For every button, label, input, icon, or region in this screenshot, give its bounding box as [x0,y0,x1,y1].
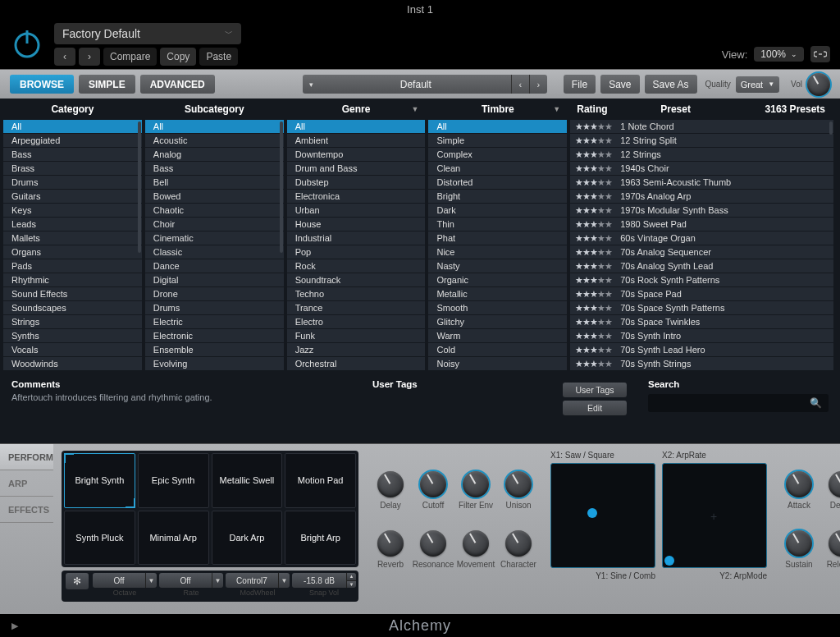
sustain-knob[interactable] [786,530,812,557]
subcategory-item[interactable]: Ensemble [145,343,284,357]
timbre-item[interactable]: All [428,120,567,134]
timbre-item[interactable]: Organic [428,273,567,287]
category-item[interactable]: Synths [3,329,142,343]
attack-knob[interactable] [786,471,812,497]
category-item[interactable]: Organs [3,245,142,259]
subcategory-item[interactable]: Digital [145,273,284,287]
timbre-item[interactable]: Metallic [428,287,567,301]
timbre-item[interactable]: Dark [428,204,567,218]
rating-stars[interactable]: ★★★★★ [575,331,612,341]
advanced-tab[interactable]: ADVANCED [140,75,215,94]
subcategory-item[interactable]: Analog [145,148,284,162]
subcategory-item[interactable]: Electronic [145,329,284,343]
modwheel-dropdown[interactable]: Control7▼ [226,573,290,588]
octave-dropdown[interactable]: Off▼ [93,573,157,588]
genre-item[interactable]: Dubstep [287,176,426,190]
timbre-item[interactable]: Phat [428,231,567,245]
prev-button[interactable]: ‹ [54,48,75,66]
performance-pad[interactable]: Minimal Arp [138,511,209,566]
chevron-down-icon[interactable]: ▼ [412,105,419,113]
category-item[interactable]: Brass [3,162,142,176]
simple-tab[interactable]: SIMPLE [79,75,135,94]
view-zoom-dropdown[interactable]: 100%⌄ [754,47,804,62]
rating-stars[interactable]: ★★★★★ [575,205,612,216]
unison-knob[interactable] [505,471,532,497]
subcategory-item[interactable]: Drums [145,301,284,315]
rating-stars[interactable]: ★★★★★ [575,289,612,300]
genre-item[interactable]: Urban [287,204,426,218]
rating-stars[interactable]: ★★★★★ [575,233,612,244]
preset-dropdown[interactable]: Factory Default﹀ [54,23,241,44]
subcategory-item[interactable]: All [145,120,284,134]
category-item[interactable]: Sound Effects [3,287,142,301]
save-as-button[interactable]: Save As [645,75,697,94]
subcategory-item[interactable]: Bell [145,176,284,190]
preset-row[interactable]: ★★★★★70s Space Synth Patterns [570,301,833,315]
subcategory-item[interactable]: Electric [145,315,284,329]
category-item[interactable]: Woodwinds [3,357,142,371]
performance-pad[interactable]: Epic Synth [138,453,209,508]
rating-stars[interactable]: ★★★★★ [575,261,612,272]
performance-pad[interactable]: Metallic Swell [212,453,283,508]
volume-knob[interactable] [807,73,830,96]
timbre-item[interactable]: Distorted [428,176,567,190]
power-button[interactable] [7,23,48,64]
subcategory-item[interactable]: Bowed [145,190,284,204]
edit-button[interactable]: Edit [563,401,627,415]
category-item[interactable]: Pads [3,259,142,273]
timbre-item[interactable]: Cold [428,343,567,357]
preset-row[interactable]: ★★★★★1 Note Chord [570,120,833,134]
movement-knob[interactable] [463,530,489,557]
category-item[interactable]: Arpeggiated [3,134,142,148]
delay-knob[interactable] [377,471,404,497]
rating-stars[interactable]: ★★★★★ [575,149,612,160]
character-knob[interactable] [505,530,532,557]
genre-item[interactable]: Rock [287,259,426,273]
subcategory-item[interactable]: Acoustic [145,134,284,148]
preset-row[interactable]: ★★★★★70s Analog Synth Lead [570,259,833,273]
rating-stars[interactable]: ★★★★★ [575,359,612,369]
preset-row[interactable]: ★★★★★70s Rock Synth Patterns [570,273,833,287]
preset-row[interactable]: ★★★★★1980 Sweet Pad [570,218,833,231]
timbre-item[interactable]: Warm [428,329,567,343]
genre-item[interactable]: Funk [287,329,426,343]
preset-menu-button[interactable]: ▾ [303,75,321,94]
rating-stars[interactable]: ★★★★★ [575,247,612,258]
timbre-item[interactable]: Nice [428,245,567,259]
user-tags-button[interactable]: User Tags [563,383,627,397]
category-item[interactable]: Rhythmic [3,273,142,287]
timbre-item[interactable]: Smooth [428,301,567,315]
preset-row[interactable]: ★★★★★70s Space Twinkles [570,315,833,329]
preset-prev-button[interactable]: ‹ [511,75,529,94]
genre-item[interactable]: Jazz [287,343,426,357]
compare-button[interactable]: Compare [103,48,157,66]
category-item[interactable]: Keys [3,204,142,218]
search-input[interactable]: 🔍 [648,394,829,412]
performance-pad[interactable]: Bright Synth [64,453,135,508]
category-item[interactable]: Vocals [3,343,142,357]
preset-row[interactable]: ★★★★★12 String Split [570,134,833,148]
timbre-item[interactable]: Bright [428,190,567,204]
genre-item[interactable]: Trance [287,301,426,315]
preset-row[interactable]: ★★★★★70s Analog Sequencer [570,245,833,259]
preset-next-button[interactable]: › [529,75,547,94]
rating-stars[interactable]: ★★★★★ [575,163,612,174]
snapvol-stepper[interactable]: -15.8 dB▲▼ [292,573,356,588]
genre-item[interactable]: Orchestral [287,357,426,371]
preset-name-display[interactable]: Default [321,75,511,94]
subcategory-item[interactable]: Dance [145,259,284,273]
subcategory-item[interactable]: Drone [145,287,284,301]
rate-dropdown[interactable]: Off▼ [159,573,223,588]
timbre-item[interactable]: Clean [428,162,567,176]
category-item[interactable]: All [3,120,142,134]
rating-stars[interactable]: ★★★★★ [575,177,612,188]
subcategory-item[interactable]: Chaotic [145,204,284,218]
quality-dropdown[interactable]: Great▼ [736,76,779,93]
genre-item[interactable]: Drum and Bass [287,162,426,176]
performance-pad[interactable]: Bright Arp [285,511,356,566]
performance-pad[interactable]: Dark Arp [212,511,283,566]
genre-item[interactable]: House [287,218,426,231]
preset-row[interactable]: ★★★★★70s Space Pad [570,287,833,301]
rating-stars[interactable]: ★★★★★ [575,135,612,146]
preset-row[interactable]: ★★★★★1970s Modular Synth Bass [570,204,833,218]
